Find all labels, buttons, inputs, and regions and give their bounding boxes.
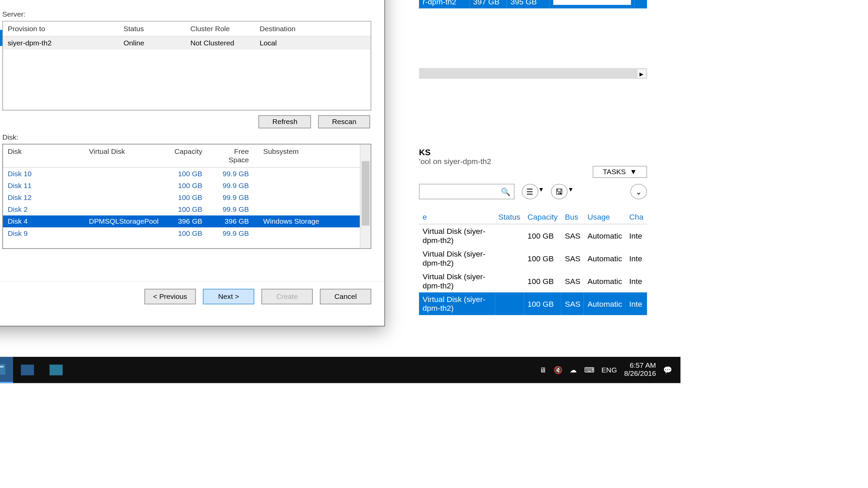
rescan-button[interactable]: Rescan: [318, 115, 370, 128]
tray-network-icon[interactable]: 🖥: [539, 366, 547, 374]
svg-rect-21: [0, 364, 5, 375]
wizard-step: File System Settings: [0, 78, 2, 95]
disk-row[interactable]: Disk 9100 GB99.9 GB: [3, 227, 360, 239]
virtual-disk-row[interactable]: Virtual Disk (siyer-dpm-th2)100 GBSASAut…: [419, 247, 647, 270]
col-capacity[interactable]: Capacity: [168, 144, 207, 167]
col-disk[interactable]: Disk: [3, 144, 84, 167]
tasks-dropdown[interactable]: TASKS ▼: [593, 166, 647, 178]
previous-button[interactable]: < Previous: [144, 288, 196, 304]
pool-row-selected[interactable]: r-dpm-th2397 GB395 GB: [419, 0, 647, 8]
col-provision[interactable]: Provision to: [3, 22, 119, 36]
disk-scrollbar[interactable]: [360, 144, 371, 248]
disk-listbox[interactable]: Disk Virtual Disk Capacity Free Space Su…: [2, 144, 371, 249]
col-virtual-disk[interactable]: Virtual Disk: [84, 144, 167, 167]
wizard-steps: Before You BeginServer and DiskSizeDrive…: [0, 1, 2, 281]
tray-language[interactable]: ENG: [601, 366, 617, 374]
virtual-disks-panel: KS 'ool on siyer-dpm-th2 TASKS ▼ 🔍 ☰▼ 🖫▼…: [419, 147, 647, 315]
tray-volume-icon[interactable]: 🔇: [554, 366, 563, 374]
disk-row[interactable]: Disk 12100 GB99.9 GB: [3, 191, 360, 203]
col-cap[interactable]: Capacity: [524, 210, 561, 224]
create-button[interactable]: Create: [261, 288, 313, 304]
filter-input[interactable]: 🔍: [419, 184, 515, 199]
panel-title: KS: [419, 147, 647, 157]
server-listbox[interactable]: Provision to Status Cluster Role Destina…: [2, 21, 371, 110]
cancel-button[interactable]: Cancel: [320, 288, 371, 304]
disk-row[interactable]: Disk 4DPMSQLStoragePool396 GB396 GBWindo…: [3, 216, 360, 227]
taskbar: 🔍 ⧉ e 📁 🖥 🔇 ☁ ⌨ ENG 6:57 AM 8/26/2016 💬: [0, 357, 680, 383]
app-icon-2[interactable]: [42, 357, 71, 383]
new-volume-wizard-dialog: New Volume Wizard — ☐ ✕ Select the serve…: [0, 0, 385, 326]
wizard-step: Results: [0, 126, 2, 143]
wizard-step: Drive Letter or Folder: [0, 62, 2, 78]
save-view-icon[interactable]: 🖫: [551, 184, 568, 199]
col-free-space[interactable]: Free Space: [207, 144, 254, 167]
percent-allocated-bar: [553, 0, 631, 5]
wizard-step[interactable]: Size: [0, 46, 2, 62]
col-usage[interactable]: Usage: [584, 210, 626, 224]
col-destination[interactable]: Destination: [255, 22, 371, 36]
virtual-disk-row[interactable]: Virtual Disk (siyer-dpm-th2)100 GBSASAut…: [419, 292, 647, 315]
disk-row[interactable]: Disk 11100 GB99.9 GB: [3, 180, 360, 191]
col-ch[interactable]: Cha: [626, 210, 647, 224]
col-bus[interactable]: Bus: [561, 210, 584, 224]
virtual-disk-row[interactable]: Virtual Disk (siyer-dpm-th2)100 GBSASAut…: [419, 224, 647, 247]
storage-pools-list: ⌄ d-Write ServerCapacityFree SpacePercen…: [419, 0, 647, 79]
disk-row[interactable]: Disk 10100 GB99.9 GB: [3, 168, 360, 180]
disk-label: Disk:: [2, 133, 371, 142]
virtual-disk-row[interactable]: Virtual Disk (siyer-dpm-th2)100 GBSASAut…: [419, 270, 647, 292]
wizard-step: Confirmation: [0, 110, 2, 127]
tray-time: 6:57 AM: [630, 362, 656, 370]
col-status[interactable]: Status: [119, 22, 185, 36]
server-row[interactable]: siyer-dpm-th2 Online Not Clustered Local: [3, 37, 371, 50]
refresh-button[interactable]: Refresh: [259, 115, 311, 128]
svg-rect-22: [0, 366, 3, 367]
wizard-step[interactable]: Before You Begin: [0, 14, 2, 30]
panel-subtitle: 'ool on siyer-dpm-th2: [419, 157, 647, 166]
server-label: Server:: [2, 10, 371, 19]
col-subsystem[interactable]: Subsystem: [254, 144, 360, 167]
server-manager-taskbar-icon[interactable]: [0, 357, 13, 383]
tray-action-center-icon[interactable]: 💬: [663, 366, 672, 374]
tray-date: 8/26/2016: [624, 370, 656, 378]
tray-onedrive-icon[interactable]: ☁: [570, 366, 577, 374]
wizard-step[interactable]: Server and Disk: [0, 30, 2, 46]
wizard-step: Data Deduplication: [0, 94, 2, 110]
col-cluster[interactable]: Cluster Role: [185, 22, 255, 36]
expand-panel-icon[interactable]: ⌄: [630, 184, 647, 199]
next-button[interactable]: Next >: [203, 288, 254, 304]
tray-keyboard-icon[interactable]: ⌨: [584, 366, 594, 374]
app-icon-1[interactable]: [13, 357, 42, 383]
h-scrollbar[interactable]: ▸: [419, 68, 647, 79]
system-tray: 🖥 🔇 ☁ ⌨ ENG 6:57 AM 8/26/2016 💬: [531, 362, 680, 378]
disk-row[interactable]: Disk 2100 GB99.9 GB: [3, 204, 360, 216]
tray-clock[interactable]: 6:57 AM 8/26/2016: [624, 362, 656, 378]
col-status[interactable]: Status: [495, 210, 524, 224]
col-e[interactable]: e: [419, 210, 495, 224]
view-options-icon[interactable]: ☰: [521, 184, 538, 199]
